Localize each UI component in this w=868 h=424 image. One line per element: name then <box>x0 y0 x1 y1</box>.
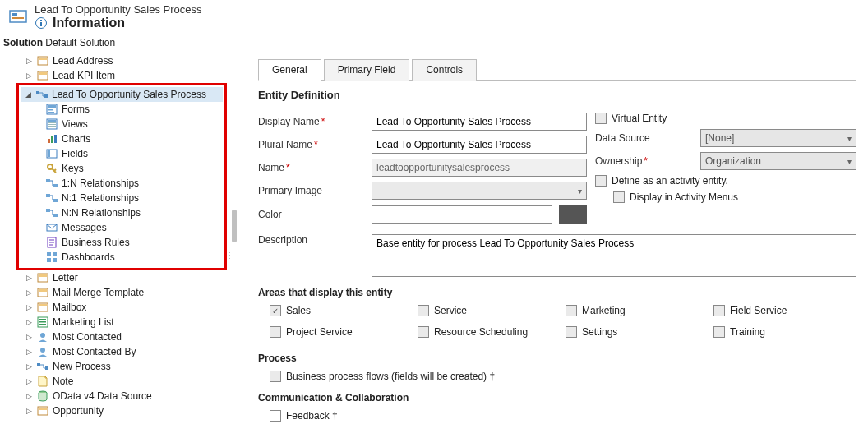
expand-icon[interactable]: ▷ <box>25 274 33 282</box>
resize-handle-icon[interactable]: ⋮⋮ <box>225 251 238 260</box>
area-label: Field Service <box>730 305 787 316</box>
svg-rect-32 <box>53 214 58 217</box>
description-textarea[interactable] <box>372 234 856 277</box>
plural-name-input[interactable] <box>372 136 587 154</box>
expand-icon[interactable]: ▷ <box>25 348 33 356</box>
tree-child-item[interactable]: N:N Relationships <box>21 205 223 220</box>
area-option[interactable]: Settings <box>566 326 713 338</box>
tree-item-selected[interactable]: ◢ Lead To Opportunity Sales Process <box>21 87 223 102</box>
area-checkbox <box>713 305 725 316</box>
svg-rect-4 <box>40 22 42 26</box>
area-option[interactable]: Service <box>418 305 566 316</box>
tree-item[interactable]: ▷Marketing List <box>2 315 238 330</box>
svg-rect-2 <box>12 17 24 19</box>
area-option[interactable]: Resource Scheduling <box>418 326 566 338</box>
main-panel: General Primary Field Controls Entity De… <box>238 50 868 423</box>
area-checkbox <box>418 326 429 338</box>
color-input[interactable] <box>372 205 552 224</box>
tree-item[interactable]: ▷Mail Merge Template <box>2 285 238 300</box>
label-display-activity-menus: Display in Activity Menus <box>630 191 738 203</box>
expand-icon[interactable]: ▷ <box>25 318 33 326</box>
dash-icon <box>45 251 58 264</box>
expand-icon[interactable]: ▷ <box>25 392 33 400</box>
tree-child-item[interactable]: Charts <box>21 131 223 146</box>
view-icon <box>45 118 58 131</box>
tab-general[interactable]: General <box>258 59 321 81</box>
tree-item[interactable]: ▷ Lead KPI Item <box>2 68 238 83</box>
svg-rect-47 <box>39 321 46 323</box>
expand-icon[interactable]: ▷ <box>25 362 33 371</box>
area-option[interactable]: Field Service <box>713 305 861 316</box>
expand-icon[interactable]: ▷ <box>25 333 33 341</box>
tree-item[interactable]: ▷Letter <box>2 270 238 285</box>
tree-child-item[interactable]: Keys <box>21 161 223 176</box>
section-entity-definition: Entity Definition <box>258 89 856 101</box>
area-option[interactable]: Marketing <box>566 305 713 316</box>
tree-item[interactable]: ▷New Process <box>2 359 238 374</box>
expand-icon[interactable]: ▷ <box>25 407 33 415</box>
msg-icon <box>45 221 58 234</box>
svg-rect-0 <box>10 11 26 22</box>
area-option[interactable]: Sales <box>270 305 418 316</box>
svg-rect-35 <box>47 252 51 256</box>
svg-rect-25 <box>48 150 50 157</box>
svg-rect-27 <box>46 179 50 182</box>
feedback-checkbox[interactable] <box>270 410 281 422</box>
svg-rect-29 <box>46 194 50 197</box>
area-option[interactable]: Training <box>713 326 861 338</box>
expand-icon[interactable]: ▷ <box>25 288 33 297</box>
tree-child-item[interactable]: Dashboards <box>21 250 223 265</box>
svg-rect-30 <box>53 199 58 202</box>
tab-controls[interactable]: Controls <box>412 59 477 81</box>
svg-rect-5 <box>40 20 42 21</box>
expand-icon[interactable]: ▷ <box>25 57 33 65</box>
primary-image-select[interactable]: ▾ <box>372 182 587 200</box>
tree-item[interactable]: ▷Most Contacted <box>2 330 238 344</box>
tree-child-item[interactable]: N:1 Relationships <box>21 191 223 205</box>
tree-child-item[interactable]: Forms <box>21 102 223 117</box>
ownership-select[interactable]: Organization ▾ <box>700 152 856 170</box>
tab-primary-field[interactable]: Primary Field <box>324 59 410 81</box>
display-name-input[interactable] <box>372 113 587 131</box>
form-icon <box>45 103 58 116</box>
tree-item[interactable]: ▷Mailbox <box>2 300 238 315</box>
chevron-down-icon: ▾ <box>847 157 852 166</box>
label-ownership: Ownership <box>595 155 694 167</box>
area-checkbox <box>418 305 429 316</box>
header-entity-icon <box>8 7 28 26</box>
tree-child-item[interactable]: Business Rules <box>21 235 223 250</box>
svg-rect-40 <box>39 274 47 277</box>
tree-item[interactable]: ▷Note <box>2 374 238 389</box>
data-source-select[interactable]: [None] ▾ <box>700 129 856 147</box>
label-description: Description <box>258 234 365 277</box>
virtual-entity-checkbox <box>595 113 607 124</box>
svg-rect-13 <box>48 105 56 108</box>
collapse-icon[interactable]: ◢ <box>24 90 32 99</box>
svg-rect-37 <box>47 258 51 262</box>
tree-child-item[interactable]: Fields <box>21 146 223 161</box>
tree-item[interactable]: ▷Most Contacted By <box>2 344 238 359</box>
svg-rect-7 <box>39 58 47 60</box>
sidebar-tree[interactable]: ▷ Lead Address ▷ Lead KPI Item ◢ Lead To… <box>0 50 238 423</box>
label-bpf: Business process flows (fields will be c… <box>286 371 495 382</box>
svg-rect-23 <box>54 135 57 143</box>
area-option[interactable]: Project Service <box>270 326 418 338</box>
solution-bar: Solution Default Solution <box>0 35 868 50</box>
tree-child-item[interactable]: Messages <box>21 220 223 235</box>
area-label: Marketing <box>582 305 626 316</box>
svg-rect-19 <box>48 124 56 125</box>
label-define-activity: Define as an activity entity. <box>612 175 728 187</box>
scrollbar[interactable] <box>232 210 237 242</box>
tree-item[interactable]: ▷ Lead Address <box>2 53 238 68</box>
svg-rect-28 <box>53 184 58 187</box>
expand-icon[interactable]: ▷ <box>25 303 33 311</box>
tree-child-item[interactable]: Views <box>21 117 223 131</box>
tree-child-item[interactable]: 1:N Relationships <box>21 176 223 191</box>
expand-icon[interactable]: ▷ <box>25 377 33 385</box>
display-activity-menus-checkbox <box>613 191 625 203</box>
tree-item[interactable]: ▷Opportunity <box>2 403 238 418</box>
expand-icon[interactable]: ▷ <box>25 71 33 80</box>
color-picker-button[interactable] <box>559 205 587 224</box>
tree-item[interactable]: ▷OData v4 Data Source <box>2 389 238 403</box>
area-label: Settings <box>582 326 617 338</box>
